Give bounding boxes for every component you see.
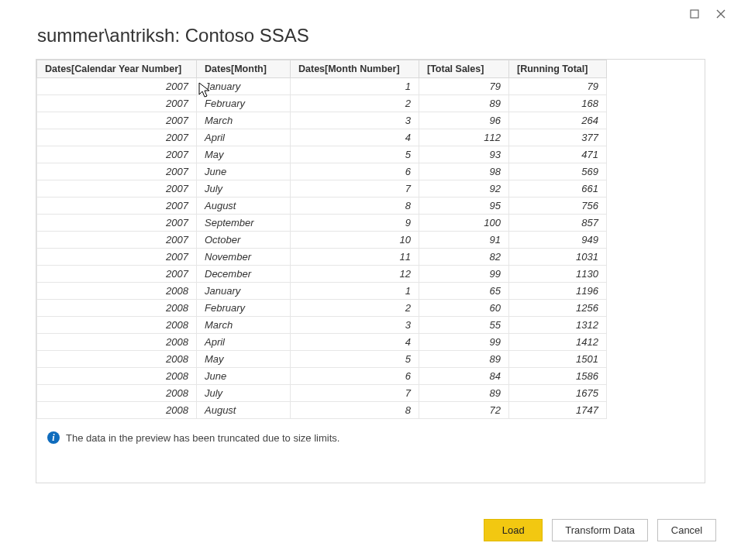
info-message: The data in the preview has been truncat… (66, 432, 339, 444)
table-row[interactable]: 2007May593471 (37, 146, 607, 163)
table-row[interactable]: 2007September9100857 (37, 215, 607, 232)
table-cell: 7 (291, 180, 419, 198)
table-cell: 377 (509, 129, 607, 146)
table-cell: 756 (509, 198, 607, 215)
table-row[interactable]: 2007November11821031 (37, 249, 607, 266)
table-cell: May (197, 351, 291, 368)
table-cell: 72 (419, 402, 509, 419)
column-header[interactable]: Dates[Calendar Year Number] (37, 60, 197, 78)
table-row[interactable]: 2008March3551312 (37, 317, 607, 334)
table-cell: 100 (419, 215, 509, 232)
table-cell: 82 (419, 249, 509, 266)
table-cell: July (197, 180, 291, 198)
table-cell: 1031 (509, 249, 607, 266)
table-cell: August (197, 402, 291, 419)
window-controls (688, 8, 727, 20)
table-cell: 4 (291, 129, 419, 146)
table-cell: 2007 (37, 249, 197, 266)
table-cell: 8 (291, 402, 419, 419)
transform-data-button[interactable]: Transform Data (552, 519, 648, 541)
svg-rect-0 (691, 10, 698, 18)
table-cell: 93 (419, 146, 509, 163)
table-cell: 89 (419, 351, 509, 368)
table-cell: 661 (509, 180, 607, 198)
cancel-button[interactable]: Cancel (657, 519, 716, 541)
table-row[interactable]: 2007October1091949 (37, 232, 607, 249)
table-cell: 92 (419, 180, 509, 198)
column-header[interactable]: [Total Sales] (419, 60, 509, 78)
table-row[interactable]: 2007April4112377 (37, 129, 607, 146)
table-row[interactable]: 2008June6841586 (37, 368, 607, 385)
table-cell: 65 (419, 283, 509, 300)
table-cell: 2008 (37, 283, 197, 300)
table-cell: June (197, 163, 291, 180)
table-row[interactable]: 2008January1651196 (37, 283, 607, 300)
table-cell: 3 (291, 317, 419, 334)
footer: Load Transform Data Cancel (484, 519, 716, 541)
table-cell: 89 (419, 385, 509, 402)
table-cell: 2007 (37, 78, 197, 95)
table-cell: 5 (291, 146, 419, 163)
dialog-title: summer\antriksh: Contoso SSAS (37, 25, 716, 46)
table-row[interactable]: 2008July7891675 (37, 385, 607, 402)
table-row[interactable]: 2007February289168 (37, 95, 607, 112)
table-cell: April (197, 334, 291, 351)
table-row[interactable]: 2007July792661 (37, 180, 607, 198)
table-cell: 99 (419, 266, 509, 283)
table-row[interactable]: 2007January17979 (37, 78, 607, 95)
table-header: Dates[Calendar Year Number]Dates[Month]D… (37, 60, 607, 78)
table-cell: 168 (509, 95, 607, 112)
info-icon: i (47, 431, 60, 444)
info-row: i The data in the preview has been trunc… (36, 419, 705, 483)
table-cell: 1 (291, 78, 419, 95)
table-cell: September (197, 215, 291, 232)
table-row[interactable]: 2008February2601256 (37, 300, 607, 317)
table-cell: 2008 (37, 402, 197, 419)
table-row[interactable]: 2007August895756 (37, 198, 607, 215)
table-row[interactable]: 2007June698569 (37, 163, 607, 180)
table-body: 2007January179792007February2891682007Ma… (37, 78, 607, 419)
table-cell: 79 (509, 78, 607, 95)
table-cell: 6 (291, 163, 419, 180)
table-row[interactable]: 2008August8721747 (37, 402, 607, 419)
table-cell: March (197, 112, 291, 129)
table-cell: 6 (291, 368, 419, 385)
table-cell: 2007 (37, 198, 197, 215)
table-cell: 2007 (37, 215, 197, 232)
table-cell: 5 (291, 351, 419, 368)
column-header[interactable]: [Running Total] (509, 60, 607, 78)
table-cell: 9 (291, 215, 419, 232)
table-cell: February (197, 300, 291, 317)
table-cell: June (197, 368, 291, 385)
table-cell: 112 (419, 129, 509, 146)
table-cell: 60 (419, 300, 509, 317)
table-cell: November (197, 249, 291, 266)
close-icon[interactable] (715, 8, 727, 20)
table-cell: 2 (291, 95, 419, 112)
table-row[interactable]: 2007December12991130 (37, 266, 607, 283)
table-cell: 11 (291, 249, 419, 266)
table-cell: 1501 (509, 351, 607, 368)
column-header[interactable]: Dates[Month Number] (291, 60, 419, 78)
table-cell: October (197, 232, 291, 249)
table-cell: 1412 (509, 334, 607, 351)
table-cell: April (197, 129, 291, 146)
table-row[interactable]: 2008May5891501 (37, 351, 607, 368)
table-cell: May (197, 146, 291, 163)
table-cell: 99 (419, 334, 509, 351)
table-cell: 949 (509, 232, 607, 249)
table-cell: March (197, 317, 291, 334)
table-cell: 91 (419, 232, 509, 249)
table-cell: 95 (419, 198, 509, 215)
table-cell: 1747 (509, 402, 607, 419)
table-cell: 2007 (37, 95, 197, 112)
load-button[interactable]: Load (484, 519, 543, 541)
maximize-icon[interactable] (688, 8, 701, 20)
table-row[interactable]: 2008April4991412 (37, 334, 607, 351)
table-row[interactable]: 2007March396264 (37, 112, 607, 129)
table-cell: 10 (291, 232, 419, 249)
table-cell: 4 (291, 334, 419, 351)
column-header[interactable]: Dates[Month] (197, 60, 291, 78)
data-table: Dates[Calendar Year Number]Dates[Month]D… (36, 60, 607, 419)
table-cell: 89 (419, 95, 509, 112)
